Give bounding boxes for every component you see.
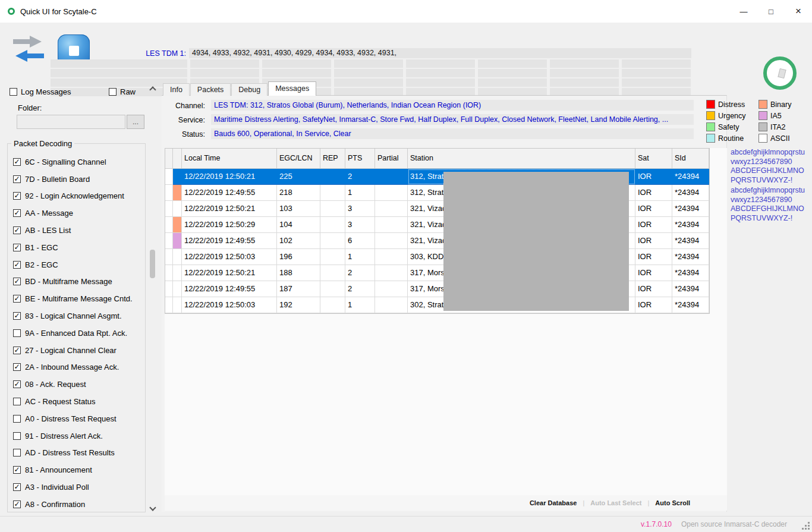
window-title: Quick UI for Scytale-C bbox=[20, 7, 97, 16]
legend-label: ITA2 bbox=[770, 123, 785, 131]
maximize-button[interactable]: □ bbox=[757, 0, 785, 23]
tab-messages[interactable]: Messages bbox=[268, 81, 316, 96]
packet-type-ac[interactable]: AC - Request Status bbox=[13, 393, 143, 410]
checkbox-icon bbox=[13, 329, 21, 337]
packet-type-81[interactable]: ✓81 - Announcement bbox=[13, 461, 143, 479]
tab-info[interactable]: Info bbox=[163, 83, 190, 96]
table-cell: 1 bbox=[345, 185, 375, 201]
auto-last-select-button[interactable]: Auto Last Select bbox=[590, 499, 641, 506]
scroll-up-icon[interactable] bbox=[149, 86, 156, 93]
scroll-down-icon[interactable] bbox=[149, 504, 156, 511]
priority-legend: DistressUrgencySafetyRoutineBinaryIA5ITA… bbox=[706, 99, 811, 147]
packet-type-label: 2A - Inbound Message Ack. bbox=[25, 363, 119, 372]
table-cell: 104 bbox=[277, 217, 320, 233]
table-cell: 102 bbox=[277, 233, 320, 249]
table-cell bbox=[375, 265, 408, 281]
packet-type-ad[interactable]: AD - Distress Test Results bbox=[13, 445, 143, 462]
table-cell bbox=[165, 217, 173, 233]
packet-type-label: B1 - EGC bbox=[25, 243, 58, 252]
left-panel-scrollbar[interactable] bbox=[147, 83, 159, 514]
packet-type-a8[interactable]: ✓A8 - Confirmation bbox=[13, 496, 143, 513]
packet-type-bd[interactable]: ✓BD - Multiframe Message bbox=[13, 273, 143, 291]
legend-label: Routine bbox=[718, 134, 744, 143]
table-cell: 12/22/2019 12:50:21 bbox=[182, 201, 277, 217]
packet-type-92[interactable]: ✓92 - Login Acknowledgement bbox=[13, 188, 143, 205]
log-messages-checkbox[interactable]: Log Messages bbox=[10, 87, 71, 96]
packet-type-a0[interactable]: A0 - Distress Test Request bbox=[13, 410, 143, 427]
minimize-button[interactable]: — bbox=[730, 0, 757, 23]
decoded-text-panel[interactable]: abcdefghijklmnopqrstuvwxyz1234567890 ABC… bbox=[731, 148, 808, 224]
packet-type-08[interactable]: ✓08 - Ack. Request bbox=[13, 376, 143, 393]
column-header-sid[interactable]: SId bbox=[672, 149, 709, 169]
column-header-egc-lcn[interactable]: EGC/LCN bbox=[277, 149, 320, 169]
packet-decoding-title: Packet Decoding bbox=[11, 139, 74, 148]
column-header-station[interactable]: Station bbox=[408, 149, 635, 169]
column-header-sat[interactable]: Sat bbox=[635, 149, 672, 169]
packet-type-83[interactable]: ✓83 - Logical Channel Asgmt. bbox=[13, 307, 143, 325]
table-cell: *24394 bbox=[672, 249, 709, 265]
les-tdm-slot bbox=[622, 69, 691, 77]
packet-type-27[interactable]: ✓27 - Logical Channel Clear bbox=[13, 342, 143, 359]
table-cell bbox=[320, 185, 345, 201]
checkbox-icon bbox=[10, 88, 17, 96]
checkbox-icon: ✓ bbox=[13, 500, 21, 508]
checkbox-icon bbox=[109, 88, 117, 96]
decoded-message-text: abcdefghijklmnopqrstuvwxyz1234567890 ABC… bbox=[731, 186, 808, 223]
packet-type-list: ✓6C - Signalling Channel✓7D - Bulletin B… bbox=[13, 153, 143, 513]
folder-input[interactable] bbox=[17, 115, 125, 129]
les-tdm-slot bbox=[406, 69, 475, 77]
raw-checkbox[interactable]: Raw bbox=[109, 87, 136, 96]
table-cell bbox=[165, 233, 173, 249]
legend-ia5: IA5 bbox=[759, 111, 782, 121]
priority-marker-cell bbox=[173, 185, 182, 201]
tab-packets[interactable]: Packets bbox=[190, 83, 231, 96]
les-tdm-slot bbox=[406, 78, 475, 87]
packet-type-label: AC - Request Status bbox=[25, 397, 96, 406]
table-cell: IOR bbox=[635, 249, 672, 265]
packet-type-aa[interactable]: ✓AA - Message bbox=[13, 204, 143, 222]
column-header-1[interactable] bbox=[173, 149, 182, 169]
auto-scroll-button[interactable]: Auto Scroll bbox=[655, 499, 690, 506]
table-cell: 196 bbox=[277, 249, 320, 265]
table-cell: *24394 bbox=[672, 281, 709, 297]
packet-type-6c[interactable]: ✓6C - Signalling Channel bbox=[13, 153, 143, 171]
packet-type-2a[interactable]: ✓2A - Inbound Message Ack. bbox=[13, 359, 143, 376]
packet-type-a3[interactable]: ✓A3 - Individual Poll bbox=[13, 479, 143, 496]
table-cell bbox=[165, 185, 173, 201]
scrollbar-thumb[interactable] bbox=[150, 250, 155, 278]
clear-database-button[interactable]: Clear Database bbox=[530, 499, 577, 506]
table-cell: 192 bbox=[277, 297, 320, 313]
table-cell: IOR bbox=[635, 169, 672, 185]
browse-button[interactable]: ... bbox=[127, 115, 144, 129]
packet-type-9a[interactable]: 9A - Enhanced Data Rpt. Ack. bbox=[13, 325, 143, 342]
packet-type-b1[interactable]: ✓B1 - EGC bbox=[13, 239, 143, 256]
les-tdm-label: LES TDM 1: bbox=[119, 49, 186, 58]
transfer-button[interactable] bbox=[10, 33, 48, 67]
priority-marker-cell bbox=[173, 249, 182, 265]
tab-debug[interactable]: Debug bbox=[231, 83, 267, 96]
column-header-pts[interactable]: PTS bbox=[345, 149, 375, 169]
table-cell: 218 bbox=[277, 185, 320, 201]
packet-type-be[interactable]: ✓BE - Multiframe Message Cntd. bbox=[13, 290, 143, 307]
priority-marker-cell bbox=[173, 217, 182, 233]
les-tdm-slot bbox=[51, 59, 187, 68]
packet-type-91[interactable]: 91 - Distress Alert Ack. bbox=[13, 427, 143, 445]
table-cell bbox=[165, 169, 173, 185]
packet-type-b2[interactable]: ✓B2 - EGC bbox=[13, 256, 143, 273]
table-cell bbox=[375, 185, 408, 201]
table-cell: *24394 bbox=[672, 217, 709, 233]
column-header-local-time[interactable]: Local Time bbox=[182, 149, 277, 169]
table-cell: 225 bbox=[277, 169, 320, 185]
column-header-partial[interactable]: Partial bbox=[375, 149, 408, 169]
packet-type-label: BD - Multiframe Message bbox=[25, 277, 112, 286]
les-tdm-slot bbox=[51, 69, 187, 77]
resize-grip[interactable] bbox=[808, 528, 810, 530]
close-button[interactable]: × bbox=[785, 0, 812, 23]
packet-type-ab[interactable]: ✓AB - LES List bbox=[13, 222, 143, 239]
window-controls: — □ × bbox=[730, 0, 812, 23]
column-header-0[interactable] bbox=[165, 149, 173, 169]
decoded-message-text: abcdefghijklmnopqrstuvwxyz1234567890 ABC… bbox=[731, 148, 808, 185]
packet-type-7d[interactable]: ✓7D - Bulletin Board bbox=[13, 171, 143, 188]
table-cell: *24394 bbox=[672, 233, 709, 249]
column-header-rep[interactable]: REP bbox=[320, 149, 345, 169]
